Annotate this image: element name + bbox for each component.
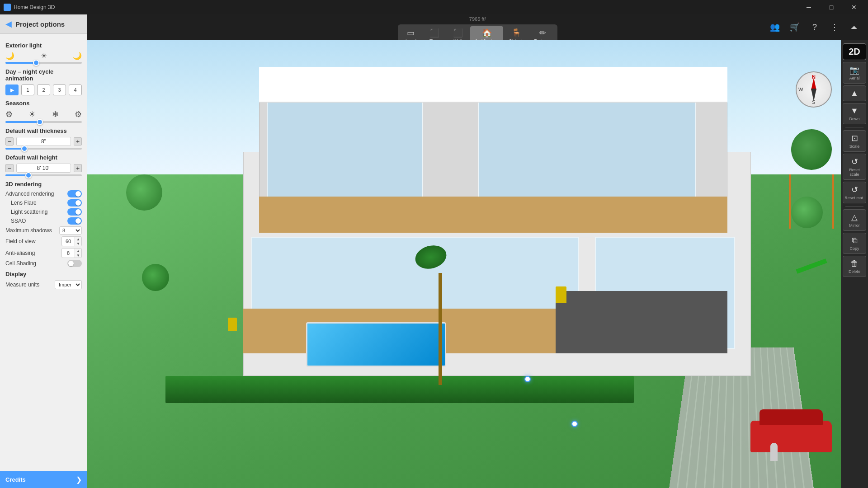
project-size: 7965 ft² <box>469 16 486 22</box>
measure-units-label: Measure units <box>5 282 39 288</box>
measure-units-select[interactable]: Imper Metric <box>55 280 82 289</box>
deck-upper <box>259 197 727 232</box>
up-button[interactable]: ▲ <box>843 85 866 101</box>
ssao-toggle[interactable] <box>67 217 82 225</box>
aa-up[interactable]: ▲ <box>75 249 81 253</box>
garage-area <box>556 291 727 354</box>
maximize-button[interactable]: □ <box>821 0 842 14</box>
seasons-slider[interactable] <box>5 121 82 123</box>
title-bar: Home Design 3D ─ □ ✕ <box>0 0 868 14</box>
max-shadows-row: Maximum shadows 8421 <box>5 226 82 235</box>
sidebar-header: ◀ Project options <box>0 14 87 34</box>
minimize-button[interactable]: ─ <box>798 0 819 14</box>
advanced-rendering-label: Advanced rendering <box>5 191 54 197</box>
viewport[interactable]: N S W 2D 📷 Aerial ▲ ▼ D <box>87 40 868 488</box>
season-icon-spring: ⚙ <box>5 109 13 119</box>
person-figure <box>770 443 778 461</box>
cart-button[interactable]: 🛒 <box>787 19 803 35</box>
up-icon: ▲ <box>850 89 859 98</box>
compass: N S W <box>796 71 832 108</box>
moon-left-icon: 🌙 <box>5 52 14 60</box>
scene-container <box>87 40 868 488</box>
scale-icon: ⊡ <box>851 133 858 143</box>
reset-scale-button[interactable]: ↺ Reset scale <box>843 154 866 180</box>
camera-icon: 📷 <box>849 65 859 75</box>
wall-thickness-value: 8" <box>16 137 71 146</box>
wall-thickness-plus[interactable]: + <box>74 137 82 145</box>
seasons-row: ⚙ ☀ ❄ ⚙ <box>5 109 82 119</box>
sidebar: ◀ Project options Exterior light 🌙 ☀ 🌙 D… <box>0 14 87 488</box>
nav-dot-1[interactable] <box>524 376 531 382</box>
moon-right-icon: 🌙 <box>73 52 82 60</box>
textures-icon: ✏ <box>539 28 546 38</box>
palm-trunk <box>439 273 442 385</box>
sidebar-content: Exterior light 🌙 ☀ 🌙 Day – night cycle a… <box>0 34 87 471</box>
right-tools-panel: 2D 📷 Aerial ▲ ▼ Down ⊡ Scale <box>841 40 868 488</box>
car-red <box>750 421 832 452</box>
sidebar-title: Project options <box>15 20 65 28</box>
wall-thickness-slider[interactable] <box>5 148 82 150</box>
light-scattering-row: Light scattering <box>5 208 82 216</box>
cycle-btn-3[interactable]: 3 <box>53 84 66 95</box>
cycle-btn-4[interactable]: 4 <box>69 84 82 95</box>
fov-value: 60 <box>62 238 75 245</box>
light-scattering-label: Light scattering <box>11 209 47 215</box>
exterior-light-slider[interactable] <box>5 62 82 64</box>
aa-down[interactable]: ▼ <box>75 253 81 258</box>
close-button[interactable]: ✕ <box>844 0 864 14</box>
wall-height-minus[interactable]: − <box>5 164 14 172</box>
season-icon-winter: ❄ <box>52 109 59 119</box>
rendering-3d-label: 3D rendering <box>5 181 82 188</box>
cycle-btn-2[interactable]: 2 <box>37 84 50 95</box>
advanced-rendering-toggle[interactable] <box>67 190 82 197</box>
2d-view-button[interactable]: 2D <box>843 43 866 60</box>
tree-left-1 <box>126 174 162 211</box>
wall-height-plus[interactable]: + <box>74 164 82 172</box>
planter-right <box>556 286 566 303</box>
cycle-btn-play[interactable]: ▶ <box>5 84 19 95</box>
back-button[interactable]: ◀ <box>5 19 12 29</box>
lens-flare-row: Lens Flare <box>5 199 82 206</box>
season-icon-fall: ⚙ <box>75 109 82 119</box>
compass-w: W <box>798 87 803 92</box>
wall-height-slider[interactable] <box>5 174 82 176</box>
max-shadows-select[interactable]: 8421 <box>59 226 82 235</box>
reset-scale-icon: ↺ <box>851 157 858 167</box>
nav-dot-2[interactable] <box>571 421 578 427</box>
down-button[interactable]: ▼ Down <box>843 103 866 124</box>
compass-circle: N S W <box>796 71 832 108</box>
menu-button[interactable]: ⋮ <box>826 19 843 35</box>
fov-spinner: 60 ▲ ▼ <box>61 236 82 246</box>
wall-thickness-minus[interactable]: − <box>5 137 14 145</box>
lens-flare-toggle[interactable] <box>67 199 82 206</box>
wall-thickness-row: − 8" + <box>5 137 82 146</box>
aerial-button[interactable]: 📷 Aerial <box>843 62 866 84</box>
anti-aliasing-value: 8 <box>62 249 75 257</box>
credits-label: Credits <box>5 476 26 483</box>
cell-shading-toggle[interactable] <box>67 260 82 267</box>
fov-down[interactable]: ▼ <box>75 241 81 246</box>
mirror-button[interactable]: △ Mirror <box>843 209 866 231</box>
delete-button[interactable]: 🗑 Delete <box>843 256 866 277</box>
app-name: Home Design 3D <box>14 4 55 10</box>
fov-up[interactable]: ▲ <box>75 237 81 241</box>
display-label: Display <box>5 271 82 277</box>
ssao-label: SSAO <box>11 218 26 224</box>
planter-left <box>228 318 237 331</box>
copy-button[interactable]: ⧉ Copy <box>843 233 866 254</box>
credits-arrow-icon: ❯ <box>76 475 82 484</box>
max-shadows-label: Maximum shadows <box>5 227 52 234</box>
roof-top <box>259 67 727 103</box>
cycle-btn-1[interactable]: 1 <box>21 84 34 95</box>
credits-bar[interactable]: Credits ❯ <box>0 471 87 488</box>
light-scattering-toggle[interactable] <box>67 208 82 216</box>
account-button[interactable]: ⏶ <box>846 19 863 35</box>
architecture-icon: 🏠 <box>482 28 492 38</box>
people-button[interactable]: 👥 <box>767 19 783 35</box>
help-button[interactable]: ? <box>807 19 823 35</box>
lens-flare-label: Lens Flare <box>11 200 37 206</box>
reset-mat-button[interactable]: ↺ Reset mat. <box>843 182 866 203</box>
fov-label: Field of view <box>5 238 36 244</box>
divider-1 <box>845 127 863 127</box>
scale-button[interactable]: ⊡ Scale <box>843 130 866 152</box>
